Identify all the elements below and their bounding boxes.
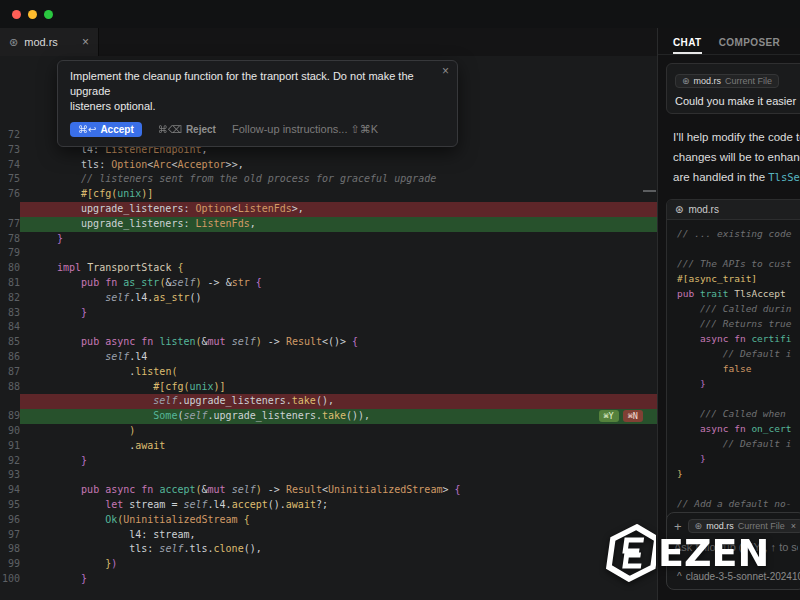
user-message-text: Could you make it easier to xyxy=(675,95,797,107)
line-number: 98 xyxy=(0,542,20,557)
rust-file-icon: ⊛ xyxy=(695,521,703,531)
line-number: 97 xyxy=(0,528,20,543)
line-number: 77 xyxy=(0,217,20,232)
model-selector[interactable]: ^ claude-3-5-sonnet-20241022 xyxy=(677,571,800,582)
tab-composer[interactable]: COMPOSER xyxy=(719,37,781,54)
app-window: ⊛ mod.rs × 72pub(crate) struct Transport… xyxy=(0,0,800,600)
code-line: /// Returns true xyxy=(677,316,800,331)
code-line: 99 }) xyxy=(0,557,657,572)
line-number: 95 xyxy=(0,498,20,513)
panel-tabs: CHAT COMPOSER xyxy=(658,28,800,55)
code-line xyxy=(677,391,800,406)
accept-shortcut: ⌘↩ xyxy=(78,124,96,135)
inline-code-ref: TlsSett xyxy=(768,171,800,183)
code-line: // Default i xyxy=(677,436,800,451)
diff-accept-chip[interactable]: ⌘Y xyxy=(599,410,619,422)
code-line: 79 xyxy=(0,246,657,261)
code-line xyxy=(677,481,800,496)
line-number: 79 xyxy=(0,246,20,261)
scrollbar-diff-marker xyxy=(643,190,656,192)
reject-shortcut: ⌘⌫ xyxy=(158,124,182,135)
code-line: pub trait TlsAccept xyxy=(677,286,800,301)
traffic-light-zoom-button[interactable] xyxy=(44,10,53,19)
dialog-close-icon[interactable]: × xyxy=(442,64,449,78)
tab-chat[interactable]: CHAT xyxy=(673,37,702,54)
line-number: 72 xyxy=(0,128,20,143)
current-file-chip[interactable]: ⊛ mod.rs Current File × xyxy=(688,519,800,533)
code-line: /// The APIs to cust xyxy=(677,256,800,271)
line-number: 86 xyxy=(0,350,20,365)
line-number: 93 xyxy=(0,468,20,483)
rust-file-icon: ⊛ xyxy=(675,204,683,215)
code-line: 86 self.l4 xyxy=(0,350,657,365)
code-block-header: ⊛ mod.rs xyxy=(667,200,800,220)
line-number: 83 xyxy=(0,306,20,321)
assistant-line: I'll help modify the code to xyxy=(673,127,800,147)
line-number: 85 xyxy=(0,335,20,350)
prompt-message-line1: Implement the cleanup function for the t… xyxy=(70,69,431,99)
code-line: 100 } xyxy=(0,572,657,587)
code-line: 77 upgrade_listeners: ListenFds, xyxy=(0,217,657,232)
code-line: } xyxy=(677,466,800,481)
code-line: 90 ) xyxy=(0,424,657,439)
code-line: async fn certifi xyxy=(677,331,800,346)
code-line: 80impl TransportStack { xyxy=(0,261,657,276)
accept-button[interactable]: ⌘↩Accept xyxy=(70,122,142,137)
reject-button[interactable]: ⌘⌫Reject xyxy=(158,124,216,135)
tab-bar: ⊛ mod.rs × xyxy=(0,28,657,56)
code-line: 81 pub fn as_str(&self) -> &str { xyxy=(0,276,657,291)
user-message: ⊛ mod.rs Current File Could you make it … xyxy=(666,63,800,114)
line-number: 89 xyxy=(0,409,20,424)
line-number: 82 xyxy=(0,291,20,306)
line-number: 84 xyxy=(0,320,20,335)
code-line: // Add a default no- xyxy=(677,496,800,511)
line-number: 73 xyxy=(0,143,20,158)
followup-instructions-button[interactable]: Follow-up instructions... ⇧⌘K xyxy=(232,123,378,136)
code-lines: 72pub(crate) struct TransportStack {73 l… xyxy=(0,128,657,587)
assistant-line: are handled in the TlsSett xyxy=(673,167,800,187)
tab-label: mod.rs xyxy=(24,36,58,48)
line-number: 87 xyxy=(0,365,20,380)
assistant-message: I'll help modify the code to changes wil… xyxy=(673,127,800,187)
code-line: 88 #[cfg(unix)] xyxy=(0,380,657,395)
code-line: 74 tls: Option<Arc<Acceptor>>, xyxy=(0,158,657,173)
code-line: 84 xyxy=(0,320,657,335)
line-number: 94 xyxy=(0,483,20,498)
code-line: } xyxy=(677,451,800,466)
code-line: 96 Ok(UninitializedStream { xyxy=(0,513,657,528)
tab-mod-rs[interactable]: ⊛ mod.rs × xyxy=(0,28,99,56)
code-line: 87 .listen( xyxy=(0,365,657,380)
chip-close-icon[interactable]: × xyxy=(791,521,796,531)
inline-prompt-dialog: × Implement the cleanup function for the… xyxy=(57,60,458,147)
current-file-chip[interactable]: ⊛ mod.rs Current File xyxy=(675,74,779,88)
diff-reject-chip[interactable]: ⌘N xyxy=(623,410,643,422)
code-line: upgrade_listeners: Option<ListenFds>, xyxy=(0,202,657,217)
add-context-button[interactable]: + xyxy=(674,520,682,533)
traffic-light-minimize-button[interactable] xyxy=(28,10,37,19)
model-name: claude-3-5-sonnet-20241022 xyxy=(686,571,800,582)
rust-file-icon: ⊛ xyxy=(9,37,18,48)
line-number: 78 xyxy=(0,232,20,247)
prompt-message: Implement the cleanup function for the t… xyxy=(58,61,457,114)
followup-input-box[interactable]: + ⊛ mod.rs Current File × Ask followup (… xyxy=(666,512,800,590)
line-number: 74 xyxy=(0,158,20,173)
tab-close-icon[interactable]: × xyxy=(82,36,89,48)
code-line: 89 Some(self.upgrade_listeners.take()),⌘… xyxy=(0,409,657,424)
code-line: // ... existing code xyxy=(677,226,800,241)
chat-panel: CHAT COMPOSER ⊛ mod.rs Current File Coul… xyxy=(657,28,800,600)
code-line: 75 // listeners sent from the old proces… xyxy=(0,172,657,187)
code-line: async fn on_cert xyxy=(677,421,800,436)
code-line: 82 self.l4.as_str() xyxy=(0,291,657,306)
code-line: // Default i xyxy=(677,346,800,361)
code-line: 97 l4: stream, xyxy=(0,528,657,543)
line-number: 81 xyxy=(0,276,20,291)
followup-input-placeholder[interactable]: Ask followup (⌘Y), ↑ to se xyxy=(674,541,798,554)
line-number: 75 xyxy=(0,172,20,187)
code-line: 76 #[cfg(unix)] xyxy=(0,187,657,202)
line-number: 99 xyxy=(0,557,20,572)
code-line: 95 let stream = self.l4.accept().await?; xyxy=(0,498,657,513)
traffic-light-close-button[interactable] xyxy=(12,10,21,19)
code-block: ⊛ mod.rs // ... existing code/// The API… xyxy=(666,199,800,533)
code-line: /// Called when xyxy=(677,406,800,421)
line-number: 96 xyxy=(0,513,20,528)
